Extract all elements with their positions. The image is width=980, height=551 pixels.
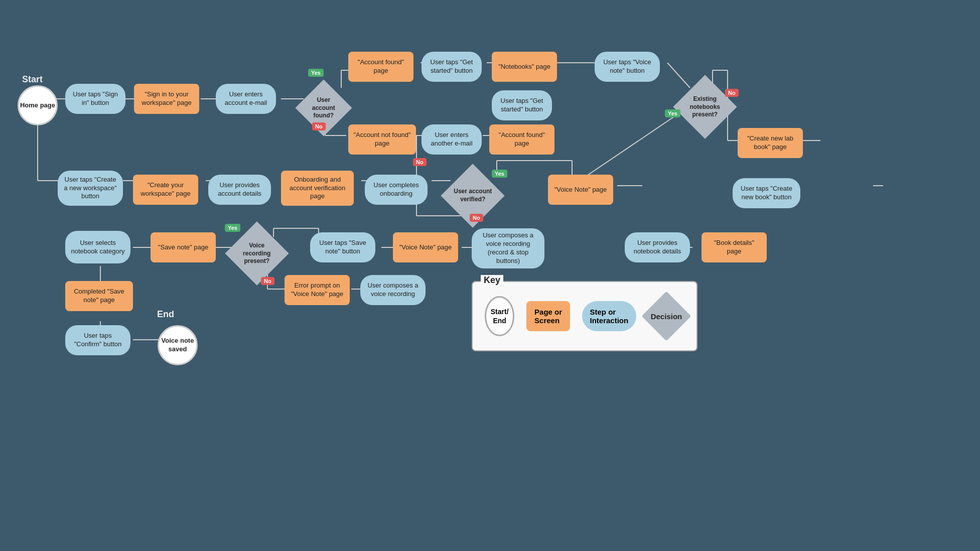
legend-orange: Page orScreen — [526, 301, 570, 331]
error-prompt-page-node: Error prompt on "Voice Note" page — [285, 275, 350, 305]
no-badge-2: No — [413, 158, 427, 166]
no-badge-1: No — [312, 122, 326, 130]
voice-note-saved-node: Voice note saved — [158, 325, 198, 365]
selects-notebook-cat-node: User selects notebook category — [65, 231, 130, 263]
user-composes-recording-node: User composes a voice recording (record … — [472, 228, 544, 268]
sign-in-page-node: "Sign in to your workspace" page — [134, 84, 199, 114]
existing-notebooks-diamond: Existing notebooks present? — [673, 75, 737, 139]
voice-note-page2-node: "Voice Note" page — [548, 175, 613, 205]
end-label: End — [157, 309, 174, 320]
taps-create-workspace-node: User taps "Create a new workspace" butto… — [58, 171, 123, 206]
provides-account-details-node: User provides account details — [208, 175, 271, 205]
save-note-page-node: "Save note" page — [151, 232, 216, 262]
taps-get-started-2-node: User taps "Get started" button — [492, 90, 552, 120]
home-page-node: Home page — [18, 85, 58, 125]
legend-box: Key Start/End Page orScreen Step orInter… — [472, 281, 697, 351]
no-badge-4: No — [261, 277, 274, 285]
start-label: Start — [22, 74, 43, 85]
taps-voice-note-btn-node: User taps "Voice note" button — [595, 52, 660, 82]
notebooks-page-node: "Notebooks" page — [492, 52, 557, 82]
legend-circle: Start/End — [485, 296, 514, 336]
create-new-lab-page-node: "Create new lab book" page — [738, 128, 803, 158]
taps-sign-in-node: User taps "Sign in" button — [65, 84, 125, 114]
yes-badge-4: Yes — [225, 224, 240, 232]
enters-another-email-node: User enters another e-mail — [422, 124, 482, 155]
taps-get-started-1-node: User taps "Get started" button — [422, 52, 482, 82]
account-found-page-node: "Account found" page — [348, 52, 413, 82]
provides-notebook-details-node: User provides notebook details — [625, 232, 690, 262]
enters-email-node: User enters account e-mail — [216, 84, 276, 114]
taps-confirm-btn-node: User taps "Confirm" button — [65, 325, 130, 355]
no-badge-3: No — [470, 214, 483, 222]
svg-line-9 — [667, 63, 690, 88]
onboarding-page-node: Onboarding and account verification page — [281, 171, 354, 206]
legend-title: Key — [481, 275, 503, 286]
create-workspace-page-node: "Create your workspace" page — [133, 175, 198, 205]
no-badge-existing: No — [725, 89, 739, 97]
yes-badge-2: Yes — [665, 109, 680, 117]
legend-diamond: Decision — [648, 296, 684, 336]
yes-badge-1: Yes — [308, 69, 324, 77]
completed-save-note-node: Completed "Save note" page — [65, 281, 133, 311]
account-found-page2-node: "Account found" page — [489, 124, 554, 155]
legend-blue: Step orInteraction — [582, 301, 636, 331]
user-completes-onboarding-node: User completes onboarding — [365, 175, 428, 205]
flowchart-canvas: Start Home page User taps "Sign in" butt… — [0, 0, 980, 551]
user-composes-recording2-node: User composes a voice recording — [360, 275, 426, 305]
taps-create-new-book-node: User taps "Create new book" button — [733, 178, 800, 208]
book-details-page-node: "Book details" page — [702, 232, 767, 262]
account-not-found-page-node: "Account not found" page — [348, 124, 416, 155]
yes-badge-3: Yes — [492, 170, 507, 178]
voice-note-page3-node: "Voice Note" page — [393, 232, 458, 262]
taps-save-note-btn-node: User taps "Save note" button — [310, 232, 375, 262]
